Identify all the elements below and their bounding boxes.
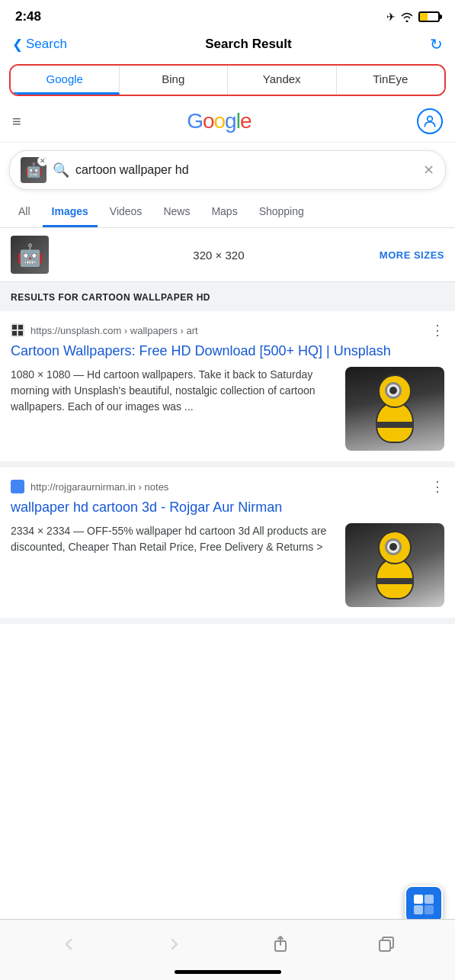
result-body: 2334 × 2334 — OFF-55% wallpaper hd carto… bbox=[11, 523, 444, 607]
engine-tabs: Google Bing Yandex TinEye bbox=[9, 64, 446, 96]
image-size-bar: 🤖 320 × 320 MORE SIZES bbox=[0, 228, 455, 282]
back-label: Search bbox=[26, 37, 67, 52]
result-title[interactable]: Cartoon Wallpapers: Free HD Download [50… bbox=[11, 342, 444, 361]
source-favicon bbox=[11, 323, 24, 337]
app-icon-image bbox=[405, 885, 443, 924]
source-favicon bbox=[11, 480, 24, 493]
google-header: ≡ Google bbox=[0, 101, 455, 143]
svg-rect-8 bbox=[425, 895, 434, 904]
clear-search-button[interactable]: ✕ bbox=[423, 162, 434, 178]
result-menu-button[interactable]: ⋮ bbox=[431, 478, 444, 495]
result-image[interactable] bbox=[345, 523, 444, 607]
svg-rect-9 bbox=[414, 905, 423, 914]
category-tabs: All Images Videos News Maps Shopping bbox=[0, 198, 455, 228]
airplane-icon: ✈ bbox=[386, 11, 396, 23]
result-menu-button[interactable]: ⋮ bbox=[431, 322, 444, 339]
tab-all[interactable]: All bbox=[9, 198, 40, 227]
image-thumbnail: 🤖 ✕ bbox=[21, 157, 46, 183]
result-image[interactable] bbox=[345, 367, 444, 451]
result-description: 2334 × 2334 — OFF-55% wallpaper hd carto… bbox=[11, 523, 336, 607]
nav-bar: ❮ Search Search Result ↻ bbox=[0, 29, 455, 59]
svg-rect-1 bbox=[12, 325, 17, 329]
chevron-left-icon: ❮ bbox=[12, 37, 23, 53]
wifi-icon bbox=[400, 11, 414, 22]
more-sizes-button[interactable]: MORE SIZES bbox=[380, 249, 444, 261]
result-title[interactable]: wallpaper hd cartoon 3d - Rojgar Aur Nir… bbox=[11, 498, 444, 517]
back-button[interactable] bbox=[52, 927, 85, 961]
search-input[interactable]: cartoon wallpaper hd bbox=[75, 163, 417, 177]
result-description: 1080 × 1080 — Hd cartoon wallpapers. Tak… bbox=[11, 367, 336, 451]
refresh-button[interactable]: ↻ bbox=[430, 35, 443, 53]
forward-button bbox=[158, 927, 191, 961]
tab-bing[interactable]: Bing bbox=[120, 66, 229, 95]
share-button[interactable] bbox=[264, 927, 297, 961]
result-body: 1080 × 1080 — Hd cartoon wallpapers. Tak… bbox=[11, 367, 444, 451]
home-indicator bbox=[175, 970, 281, 974]
search-icon: 🔍 bbox=[53, 162, 69, 178]
tab-news[interactable]: News bbox=[154, 198, 199, 227]
google-logo: Google bbox=[187, 109, 251, 133]
results-header-text: RESULTS FOR CARTOON WALLPAPER HD bbox=[11, 292, 210, 303]
page-title: Search Result bbox=[205, 37, 291, 52]
tabs-button[interactable] bbox=[370, 927, 403, 961]
tab-tineye[interactable]: TinEye bbox=[337, 66, 445, 95]
svg-rect-4 bbox=[18, 331, 23, 336]
tab-shopping[interactable]: Shopping bbox=[250, 198, 313, 227]
back-button[interactable]: ❮ Search bbox=[12, 37, 67, 53]
source-url: http://rojgaraurnirman.in › notes bbox=[30, 481, 425, 493]
svg-rect-7 bbox=[414, 895, 423, 904]
tab-images[interactable]: Images bbox=[43, 198, 98, 227]
hamburger-icon[interactable]: ≡ bbox=[12, 113, 21, 130]
tab-maps[interactable]: Maps bbox=[202, 198, 246, 227]
status-bar: 2:48 ✈ bbox=[0, 0, 455, 29]
tab-yandex[interactable]: Yandex bbox=[228, 66, 337, 95]
svg-rect-10 bbox=[425, 905, 434, 914]
account-icon[interactable] bbox=[417, 108, 443, 134]
result-source: http://rojgaraurnirman.in › notes ⋮ bbox=[11, 478, 444, 495]
results-header: RESULTS FOR CARTOON WALLPAPER HD bbox=[0, 282, 455, 311]
svg-rect-3 bbox=[12, 331, 17, 336]
image-dimensions: 320 × 320 bbox=[193, 249, 244, 262]
toolbar-actions bbox=[0, 920, 455, 966]
battery-icon bbox=[418, 11, 440, 22]
search-box: 🤖 ✕ 🔍 cartoon wallpaper hd ✕ bbox=[9, 150, 446, 190]
result-source: https://unsplash.com › wallpapers › art … bbox=[11, 322, 444, 339]
source-url: https://unsplash.com › wallpapers › art bbox=[30, 325, 425, 336]
tab-google[interactable]: Google bbox=[11, 66, 120, 95]
result-card: http://rojgaraurnirman.in › notes ⋮ wall… bbox=[0, 468, 455, 624]
status-time: 2:48 bbox=[15, 9, 41, 24]
status-icons: ✈ bbox=[386, 11, 440, 23]
result-card: https://unsplash.com › wallpapers › art … bbox=[0, 311, 455, 468]
svg-rect-2 bbox=[18, 325, 23, 329]
bottom-toolbar bbox=[0, 919, 455, 980]
tab-videos[interactable]: Videos bbox=[101, 198, 152, 227]
source-image-thumb: 🤖 bbox=[11, 236, 49, 274]
svg-point-0 bbox=[428, 116, 433, 121]
svg-rect-12 bbox=[380, 940, 390, 951]
remove-image-button[interactable]: ✕ bbox=[37, 157, 46, 166]
